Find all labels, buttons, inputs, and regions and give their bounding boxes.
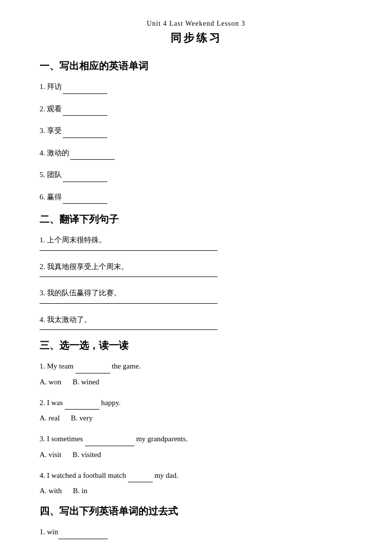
list-item: 1. 拜访 (40, 80, 352, 94)
answer-line (40, 329, 218, 330)
t3-num: 3. (40, 289, 45, 297)
t2-text: 我真地很享受上个周末。 (47, 263, 129, 271)
blank (63, 115, 107, 116)
list-item: 3. 享受 (40, 124, 352, 138)
blank (63, 138, 107, 138)
s3q4-before: I watched a football match (47, 471, 126, 479)
q1-text: 拜访 (47, 83, 62, 91)
list-item: 3. I sometimes my grandparents. (40, 432, 352, 446)
section1-title: 一、写出相应的英语单词 (40, 59, 352, 73)
s3q2-optA: A. real (40, 414, 60, 422)
s3q3-before: I sometimes (47, 435, 83, 443)
s3q4-optA: A. with (40, 487, 62, 495)
blank (63, 203, 107, 204)
list-item: 4. 激动的 (40, 146, 352, 160)
q3-text: 享受 (47, 127, 62, 135)
s3q1-before: My team (47, 362, 74, 370)
list-item: A. with B. in (40, 484, 352, 498)
blank (76, 373, 110, 373)
section4-questions: 1. win (40, 525, 352, 539)
list-item: A. visit B. visited (40, 448, 352, 462)
list-item: 1. My team the game. (40, 359, 352, 373)
list-item: 2. 我真地很享受上个周末。 (40, 260, 352, 278)
s4q1-num: 1. (40, 528, 45, 536)
s3q3-after: my grandparents. (136, 435, 187, 443)
t4-num: 4. (40, 316, 45, 324)
t2-num: 2. (40, 263, 45, 271)
s3q4-after: my dad. (154, 471, 178, 479)
section3-questions: 1. My team the game. A. won B. wined 2. … (40, 359, 352, 498)
blank (128, 482, 153, 482)
q6-text: 赢得 (47, 193, 62, 201)
list-item: 6. 赢得 (40, 190, 352, 204)
list-item: 1. win (40, 525, 352, 539)
q1-num: 1. (40, 83, 45, 91)
s3q3-optB: B. visited (73, 451, 101, 459)
s3q4-optB: B. in (73, 487, 87, 495)
q2-text: 观看 (47, 105, 62, 113)
q5-text: 团队 (47, 171, 62, 179)
list-item: 3. 我的队伍赢得了比赛。 (40, 286, 352, 304)
s3q2-after: happy. (101, 399, 121, 407)
section4-title: 四、写出下列英语单词的过去式 (40, 505, 352, 518)
list-item: 2. 观看 (40, 102, 352, 116)
blank (58, 539, 108, 539)
list-item: 1. 上个周末很特殊。 (40, 233, 352, 251)
list-item: 2. I was happy. (40, 396, 352, 410)
s3q3-num: 3. (40, 435, 45, 443)
list-item: A. won B. wined (40, 375, 352, 389)
section2-questions: 1. 上个周末很特殊。 2. 我真地很享受上个周末。 3. 我的队伍赢得了比赛。… (40, 233, 352, 330)
blank (63, 182, 107, 182)
list-item: 4. I watched a football match my dad. (40, 468, 352, 483)
q4-text: 激动的 (47, 149, 69, 157)
q3-num: 3. (40, 127, 45, 135)
s3q4-num: 4. (40, 471, 45, 479)
q4-num: 4. (40, 149, 45, 157)
list-item: 5. 团队 (40, 168, 352, 182)
q6-num: 6. (40, 193, 45, 201)
t1-num: 1. (40, 236, 45, 244)
answer-line (40, 303, 218, 304)
section3-title: 三、选一选，读一读 (40, 339, 352, 352)
section1-questions: 1. 拜访 2. 观看 3. 享受 4. 激动的 5. 团队 6. 赢得 (40, 80, 352, 204)
blank (85, 446, 134, 446)
list-item: 4. 我太激动了。 (40, 313, 352, 330)
blank (70, 159, 115, 160)
section2-title: 二、翻译下列句子 (40, 213, 352, 226)
page-title: 同步练习 (40, 31, 352, 46)
blank (63, 93, 107, 94)
page-subtitle: Unit 4 Last Weekend Lesson 3 (40, 20, 352, 28)
list-item: A. real B. very (40, 412, 352, 425)
s3q2-optB: B. very (71, 414, 92, 422)
s3q1-optA: A. won (40, 378, 61, 386)
s3q1-after: the game. (112, 362, 140, 370)
s3q1-optB: B. wined (73, 378, 99, 386)
answer-line (40, 277, 218, 277)
t4-text: 我太激动了。 (47, 316, 91, 324)
t3-text: 我的队伍赢得了比赛。 (47, 289, 121, 297)
q5-num: 5. (40, 171, 45, 179)
s3q2-before: I was (47, 399, 63, 407)
s4q1-text: win (47, 528, 58, 536)
t1-text: 上个周末很特殊。 (47, 236, 106, 244)
s3q2-num: 2. (40, 399, 45, 407)
s3q1-num: 1. (40, 362, 45, 370)
answer-line (40, 250, 218, 251)
blank (65, 409, 99, 410)
q2-num: 2. (40, 105, 45, 113)
s3q3-optA: A. visit (40, 451, 61, 459)
